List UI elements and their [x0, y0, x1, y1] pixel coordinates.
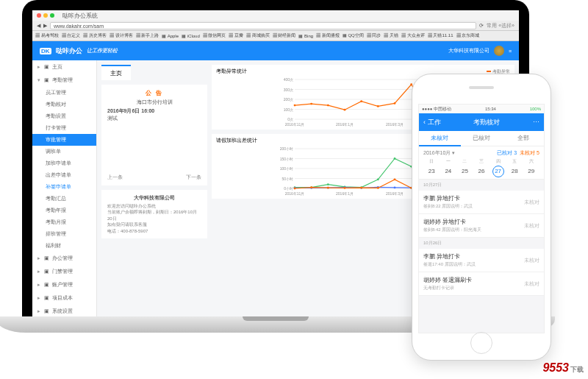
svg-point-58: [294, 188, 296, 190]
calendar-day[interactable]: 27: [490, 166, 506, 176]
sidebar-item[interactable]: 考勤月报: [32, 216, 96, 228]
list-item[interactable]: 李鹏 异地打卡签退17:40 原因说明：武汉未核对: [419, 249, 544, 272]
svg-text:400次: 400次: [284, 77, 293, 82]
bookmark-item[interactable]: ▦ 新闻播报: [316, 32, 340, 39]
sidebar-item[interactable]: 补签申请单: [32, 181, 96, 193]
svg-text:2016年11月: 2016年11月: [285, 122, 305, 127]
browser-tab-title[interactable]: 哒咔办公系统: [62, 12, 98, 20]
sidebar-item[interactable]: 福利财: [32, 240, 96, 252]
svg-text:2016年1月: 2016年1月: [336, 191, 354, 196]
phone-status-bar: ●●●● 中国移动 15:34 100%: [419, 105, 544, 113]
phone-calendar: 2016年10月 ▾ 已核对 3 未核对 5 日一二三四五六 232425262…: [419, 146, 544, 180]
phone-tab[interactable]: 未核对: [419, 131, 461, 146]
bookmark-item[interactable]: ▦ 同步: [367, 32, 381, 39]
sidebar-item[interactable]: 出差申请单: [32, 169, 96, 181]
sidebar-group[interactable]: ▸▣系统设置: [32, 305, 96, 316]
sidebar-group[interactable]: ▸▣项目成本: [32, 291, 96, 305]
sidebar-item[interactable]: 审批管理: [32, 134, 96, 146]
menu-icon[interactable]: ≡: [509, 49, 512, 54]
bookmark-item[interactable]: ▦ 豆瓣: [229, 32, 243, 39]
sidebar-group[interactable]: ▸▣办公管理: [32, 252, 96, 265]
announcement-test: 测试: [107, 115, 201, 122]
sidebar-item[interactable]: 排班管理: [32, 228, 96, 240]
svg-point-54: [394, 187, 396, 189]
calendar-day[interactable]: 29: [523, 166, 539, 176]
bookmark-item[interactable]: ▦ Bing: [298, 33, 313, 38]
bookmark-item[interactable]: ▦ 大众点评: [401, 32, 425, 39]
sidebar-group[interactable]: ▾▣考勤管理: [32, 74, 96, 87]
brand-text: 哒咔办公: [56, 46, 82, 56]
calendar-day[interactable]: 25: [456, 166, 473, 176]
url-input[interactable]: www.dakahr.com/sam: [50, 22, 476, 29]
watermark: 9553下载: [542, 361, 584, 375]
bookmark-item[interactable]: ▦ QQ空间: [343, 32, 364, 39]
svg-point-61: [344, 187, 346, 189]
svg-point-15: [310, 103, 312, 105]
list-item[interactable]: 李鹏 异地打卡签到8:22 原因说明：武汉未核对: [419, 191, 544, 214]
sidebar-group[interactable]: ▸▣主页: [32, 60, 96, 74]
announce-next[interactable]: 下一条: [186, 174, 201, 181]
sidebar-item[interactable]: 考勤汇总: [32, 193, 96, 205]
bookmark-item[interactable]: ▦ Apple: [162, 33, 179, 38]
bookmark-item[interactable]: ▦ 商城购买: [246, 32, 270, 39]
svg-point-63: [377, 187, 379, 189]
svg-point-64: [394, 178, 396, 180]
sidebar-group[interactable]: ▸▣门禁管理: [32, 265, 96, 278]
browser-toolbar: ◀ ▶ www.dakahr.com/sam ⟳ 常用 «选择»: [32, 21, 519, 31]
svg-text:300次: 300次: [284, 88, 293, 92]
svg-point-43: [377, 178, 379, 180]
back-icon[interactable]: ◀: [37, 23, 40, 29]
phone-tab[interactable]: 已核对: [461, 131, 503, 146]
avatar[interactable]: [494, 46, 504, 56]
sidebar-group[interactable]: ▸▣账户管理: [32, 278, 96, 291]
svg-point-44: [394, 157, 396, 160]
bookmark-item[interactable]: ▦ 设计博客: [110, 32, 133, 39]
sidebar-item[interactable]: 打卡管理: [32, 122, 96, 134]
close-icon[interactable]: [37, 13, 41, 18]
sidebar-item[interactable]: 加班申请单: [32, 157, 96, 169]
calendar-day[interactable]: 23: [423, 166, 440, 176]
minimize-icon[interactable]: [43, 13, 48, 18]
bookmark-item[interactable]: ▦ 微信网页: [203, 32, 226, 39]
bookmark-item[interactable]: ▦ 京东商城: [456, 32, 480, 39]
sidebar-item[interactable]: 调班单: [32, 146, 96, 157]
sidebar-item[interactable]: 考勤年报: [32, 205, 96, 216]
list-group-label: 10月26日: [419, 238, 544, 249]
list-group-label: 10月27日: [419, 180, 544, 191]
bookmark-item[interactable]: ▦ 易考驾校: [35, 32, 59, 39]
maximize-icon[interactable]: [50, 13, 54, 18]
announcement-time: 2016年9月6日 16:00: [107, 107, 201, 115]
svg-point-20: [394, 102, 396, 105]
calendar-day[interactable]: 28: [506, 166, 523, 176]
sidebar-item[interactable]: 考勤核对: [32, 99, 96, 110]
svg-point-16: [327, 105, 329, 107]
phone-back[interactable]: ‹ 工作: [423, 118, 441, 127]
sidebar: ▸▣主页▾▣考勤管理员工管理考勤核对考勤设置打卡管理审批管理调班单加班申请单出差…: [32, 60, 97, 316]
svg-text:0次: 0次: [287, 117, 293, 121]
brand-slogan: 让工作更轻松: [87, 47, 118, 54]
svg-point-62: [360, 187, 362, 189]
reload-icon[interactable]: ⟳: [479, 23, 484, 29]
bookmark-item[interactable]: ▦ iCloud: [182, 33, 200, 38]
phone-list: 10月27日李鹏 异地打卡签到8:22 原因说明：武汉未核对胡婷婷 异地打卡签到…: [419, 180, 544, 333]
calendar-day[interactable]: 26: [473, 166, 490, 176]
svg-text:2016年3月: 2016年3月: [386, 122, 404, 127]
announce-prev[interactable]: 上一条: [107, 174, 123, 181]
list-item[interactable]: 胡婷婷 异地打卡签到8:42 原因说明：阳光海天未核对: [419, 214, 544, 238]
sidebar-item[interactable]: 员工管理: [32, 87, 96, 99]
calendar-day[interactable]: 24: [440, 166, 457, 176]
tab-home[interactable]: 主页: [101, 65, 131, 80]
phone-more-icon[interactable]: ⋯: [533, 118, 539, 126]
bookmark-item[interactable]: ▦ 天猫: [384, 32, 398, 39]
bookmark-item[interactable]: ▦ 财经新闻: [273, 32, 296, 39]
phone-tab[interactable]: 全部: [502, 131, 544, 146]
phone-frame: ●●●● 中国移动 15:34 100% ‹ 工作 考勤核对 ⋯ 未核对已核对全…: [412, 74, 551, 361]
list-item[interactable]: 胡婷婷 签退漏刷卡无考勤打卡记录未核对: [419, 272, 544, 296]
sidebar-item[interactable]: 考勤设置: [32, 110, 96, 122]
app-header: DK 哒咔办公 让工作更轻松 大华科技有限公司 ≡: [32, 41, 519, 60]
bookmark-item[interactable]: ▦ 历史博客: [83, 32, 107, 39]
bookmark-item[interactable]: ▦ 天猫11.11: [428, 32, 453, 39]
forward-icon[interactable]: ▶: [43, 23, 47, 29]
bookmark-item[interactable]: ▦ 自定义: [62, 32, 81, 39]
bookmark-item[interactable]: ▦ 新手上路: [136, 32, 159, 39]
